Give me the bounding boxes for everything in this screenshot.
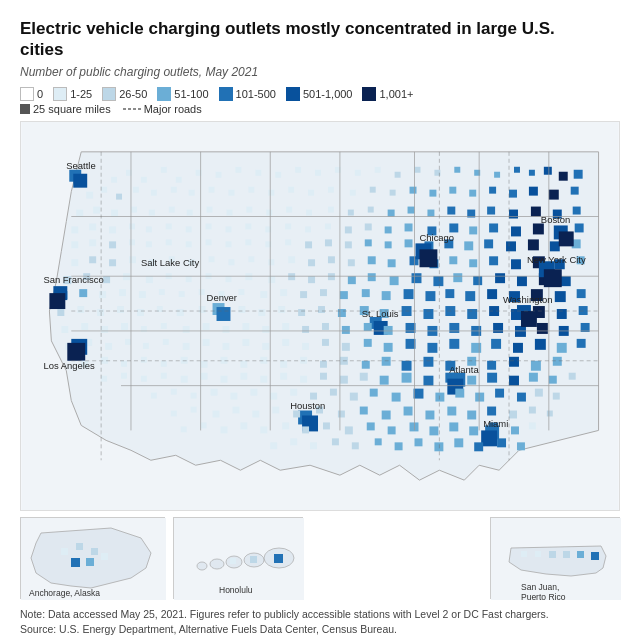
svg-rect-116 bbox=[186, 241, 192, 247]
legend-item-501-1000: 501-1,000 bbox=[286, 87, 353, 101]
svg-rect-337 bbox=[380, 375, 389, 384]
svg-rect-327 bbox=[181, 375, 188, 382]
svg-rect-47 bbox=[410, 186, 417, 193]
svg-point-473 bbox=[210, 559, 224, 569]
chart-title: Electric vehicle charging outlets mostly… bbox=[20, 18, 600, 61]
svg-point-474 bbox=[197, 562, 207, 570]
svg-rect-19 bbox=[395, 171, 401, 177]
svg-rect-158 bbox=[511, 259, 521, 269]
svg-rect-211 bbox=[555, 291, 566, 302]
svg-rect-334 bbox=[320, 372, 327, 379]
svg-rect-349 bbox=[151, 392, 157, 398]
svg-rect-330 bbox=[240, 372, 247, 379]
svg-rect-124 bbox=[345, 241, 352, 248]
svg-rect-372 bbox=[171, 410, 177, 416]
svg-rect-247 bbox=[101, 325, 108, 332]
svg-rect-275 bbox=[143, 342, 149, 348]
svg-rect-118 bbox=[225, 241, 231, 247]
svg-rect-62 bbox=[187, 209, 193, 215]
svg-rect-188 bbox=[79, 289, 87, 297]
svg-rect-242 bbox=[217, 307, 231, 321]
svg-rect-29 bbox=[574, 169, 583, 178]
svg-text:San Juan,: San Juan, bbox=[521, 582, 559, 592]
svg-rect-328 bbox=[201, 372, 208, 379]
svg-rect-481 bbox=[535, 551, 541, 557]
svg-text:Salt Lake City: Salt Lake City bbox=[141, 257, 200, 268]
svg-rect-13 bbox=[275, 171, 281, 177]
svg-rect-277 bbox=[183, 342, 190, 349]
svg-rect-59 bbox=[131, 206, 137, 212]
svg-rect-20 bbox=[415, 166, 421, 172]
svg-rect-18 bbox=[375, 166, 381, 172]
svg-rect-52 bbox=[509, 189, 517, 197]
svg-rect-309 bbox=[280, 360, 287, 367]
svg-rect-78 bbox=[509, 209, 518, 218]
svg-rect-45 bbox=[370, 186, 376, 192]
svg-rect-173 bbox=[288, 273, 295, 280]
svg-rect-358 bbox=[330, 388, 337, 395]
svg-rect-367 bbox=[517, 392, 526, 401]
svg-rect-229 bbox=[338, 309, 346, 317]
svg-rect-131 bbox=[484, 239, 493, 248]
svg-rect-480 bbox=[521, 551, 527, 557]
svg-rect-366 bbox=[495, 388, 504, 397]
svg-rect-422 bbox=[497, 438, 506, 447]
svg-rect-369 bbox=[553, 392, 560, 399]
svg-rect-217 bbox=[97, 309, 104, 316]
svg-rect-208 bbox=[487, 289, 497, 299]
svg-rect-408 bbox=[529, 422, 536, 429]
svg-rect-57 bbox=[93, 206, 100, 213]
svg-rect-285 bbox=[342, 342, 350, 350]
svg-rect-100 bbox=[385, 226, 392, 233]
svg-rect-380 bbox=[338, 410, 345, 417]
svg-text:Washington: Washington bbox=[503, 294, 553, 305]
svg-rect-386 bbox=[467, 410, 476, 419]
svg-rect-363 bbox=[435, 392, 444, 401]
svg-rect-98 bbox=[345, 226, 352, 233]
svg-rect-83 bbox=[73, 173, 87, 187]
svg-rect-127 bbox=[405, 239, 413, 247]
svg-rect-113 bbox=[129, 239, 135, 245]
svg-rect-482 bbox=[549, 551, 556, 558]
svg-rect-22 bbox=[454, 166, 460, 172]
svg-rect-6 bbox=[141, 176, 147, 182]
svg-rect-115 bbox=[166, 239, 172, 245]
svg-text:Puerto Rico: Puerto Rico bbox=[521, 592, 566, 600]
source-text: Source: U.S. Energy Department, Alternat… bbox=[20, 622, 620, 637]
svg-rect-355 bbox=[270, 392, 277, 399]
svg-rect-106 bbox=[511, 226, 521, 236]
svg-rect-117 bbox=[206, 239, 212, 245]
svg-rect-287 bbox=[384, 342, 393, 351]
svg-rect-250 bbox=[161, 322, 167, 328]
svg-text:San Francisco: San Francisco bbox=[43, 274, 103, 285]
svg-rect-308 bbox=[260, 356, 267, 363]
svg-rect-266 bbox=[493, 322, 503, 332]
svg-rect-257 bbox=[302, 325, 309, 332]
svg-rect-315 bbox=[402, 360, 412, 370]
svg-rect-303 bbox=[161, 360, 167, 366]
svg-rect-292 bbox=[491, 338, 501, 348]
svg-rect-53 bbox=[529, 186, 538, 195]
svg-rect-27 bbox=[544, 166, 552, 174]
legend-item-26-50: 26-50 bbox=[102, 87, 147, 101]
svg-rect-42 bbox=[308, 189, 314, 195]
svg-rect-176 bbox=[348, 276, 356, 284]
svg-rect-88 bbox=[146, 226, 152, 232]
svg-rect-226 bbox=[278, 306, 285, 313]
svg-rect-343 bbox=[509, 375, 519, 385]
svg-rect-134 bbox=[550, 241, 560, 251]
svg-rect-414 bbox=[332, 438, 339, 445]
svg-rect-123 bbox=[325, 239, 332, 246]
svg-rect-38 bbox=[228, 189, 234, 195]
legend-item-0: 0 bbox=[20, 87, 43, 101]
svg-rect-71 bbox=[368, 206, 374, 212]
svg-rect-186 bbox=[561, 276, 571, 286]
svg-rect-101 bbox=[405, 223, 413, 231]
svg-rect-246 bbox=[81, 322, 88, 329]
svg-rect-192 bbox=[159, 289, 165, 295]
svg-rect-255 bbox=[262, 325, 269, 332]
svg-rect-150 bbox=[348, 259, 355, 266]
svg-rect-320 bbox=[509, 356, 519, 366]
svg-rect-85 bbox=[89, 223, 96, 230]
svg-rect-321 bbox=[531, 360, 541, 370]
